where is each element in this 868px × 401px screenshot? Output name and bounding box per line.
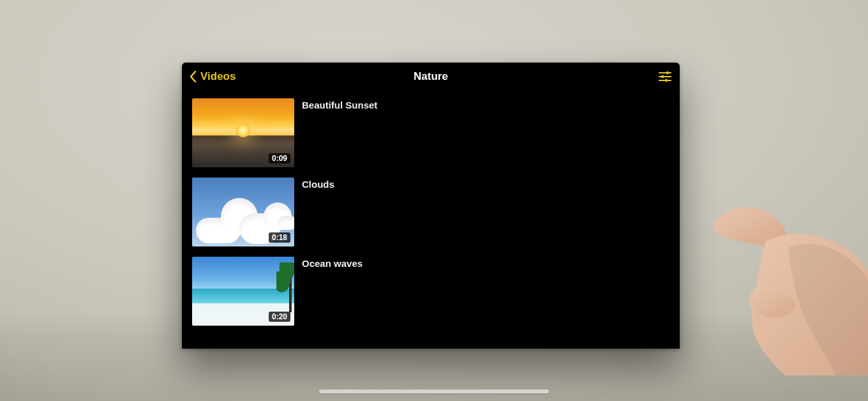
filter-icon[interactable] [658,70,672,84]
svg-point-4 [661,75,664,78]
video-title: Ocean waves [302,258,363,269]
list-item[interactable]: 0:09 Beautiful Sunset [192,93,680,172]
video-thumbnail: 0:18 [192,178,294,246]
duration-badge: 0:18 [269,232,290,243]
video-thumbnail: 0:09 [192,98,294,167]
chevron-left-icon [190,71,197,82]
video-list: 0:09 Beautiful Sunset 0:18 Clouds 0:20 O… [182,91,680,331]
scene-background: Nature Videos [0,0,868,401]
video-thumbnail: 0:20 [192,257,294,326]
app-panel: Nature Videos [182,63,680,349]
duration-badge: 0:09 [269,153,290,163]
list-item[interactable]: 0:20 Ocean waves [192,252,680,331]
home-indicator[interactable] [319,390,549,393]
duration-badge: 0:20 [269,312,290,322]
back-label: Videos [200,70,236,83]
back-button[interactable]: Videos [190,70,236,83]
video-title: Clouds [302,179,334,190]
list-item[interactable]: 0:18 Clouds [192,172,680,252]
svg-point-5 [665,79,668,82]
svg-point-3 [666,72,669,74]
video-title: Beautiful Sunset [302,100,377,110]
nav-bar: Videos [182,63,680,91]
